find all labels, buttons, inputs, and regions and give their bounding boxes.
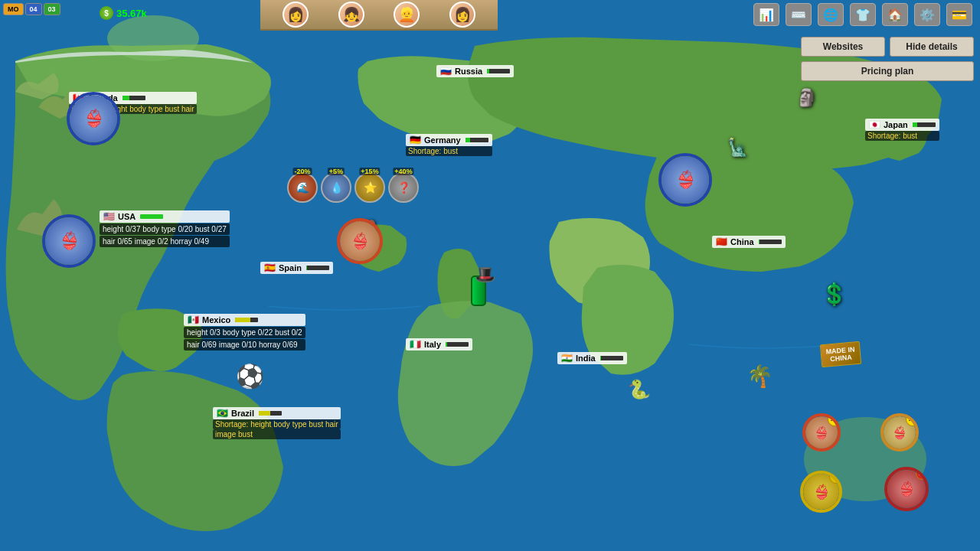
country-germany: 🇩🇪 Germany Shortage: bust [406, 134, 492, 156]
usa-name: USA [118, 212, 136, 221]
mexico-stats2: hair 0/69 image 0/10 horray 0/69 [184, 339, 305, 350]
country-japan: 🇯🇵 Japan Shortage: bust [865, 119, 939, 141]
chip-small3[interactable]: 👙 8 [800, 471, 842, 513]
chip-small1[interactable]: 👙 ×3 [802, 413, 841, 452]
portrait-3[interactable]: 👩 [449, 2, 475, 28]
icon-keyboard[interactable]: ⌨️ [786, 3, 812, 26]
mexico-flag: 🇲🇽 [188, 315, 199, 325]
monument-east: 🗿 [796, 88, 817, 108]
india-flag: 🇮🇳 [561, 353, 573, 364]
india-name: India [576, 354, 596, 363]
spain-flag: 🇪🇸 [264, 262, 276, 273]
boost-pct-2: +15% [359, 168, 380, 175]
mode-btn-mo[interactable]: MO [3, 3, 24, 15]
icon-house[interactable]: 🏠 [882, 3, 908, 26]
chip-canada[interactable]: 👙 [67, 92, 120, 145]
spain-name: Spain [279, 263, 302, 272]
icon-gear[interactable]: ⚙️ [914, 3, 940, 26]
usa-flag: 🇺🇸 [103, 211, 115, 222]
country-russia: 🇷🇺 Russia [436, 65, 514, 77]
usa-stats1: height 0/37 body type 0/20 bust 0/27 [100, 223, 230, 235]
mexico-name: Mexico [202, 315, 230, 324]
icon-globe[interactable]: 🌐 [818, 3, 844, 26]
portrait-0[interactable]: 👩 [283, 2, 309, 28]
money-display: $ 35.67k [100, 6, 147, 20]
country-brazil: 🇧🇷 Brazil Shortage: height body type bus… [213, 407, 341, 439]
money-icon: $ [100, 6, 113, 20]
mexico-stats1: height 0/3 body type 0/22 bust 0/2 [184, 327, 305, 338]
chip-usa[interactable]: 👙 [42, 214, 96, 268]
china-name: China [730, 237, 754, 246]
usa-stats2: hair 0/65 image 0/2 horray 0/49 [100, 236, 230, 247]
dollar-decoration: 💲 [821, 282, 848, 307]
top-icons-bar: 📊 ⌨️ 🌐 👕 🏠 ⚙️ 💳 [753, 3, 972, 26]
snake-decoration: 🐍 [628, 379, 651, 400]
made-in-china-sign: MADE INCHINA [820, 341, 861, 367]
game-mode-badge: MO 04 03 [0, 0, 64, 18]
japan-name: Japan [884, 120, 908, 129]
statue-asia: 🗽 [727, 138, 748, 158]
italy-name: Italy [424, 340, 441, 349]
palm-decoration: 🌴 [746, 364, 773, 389]
russia-flag: 🇷🇺 [440, 66, 452, 77]
chip-eastasia[interactable]: 👙 [658, 153, 712, 207]
boost-icon-0[interactable]: -20% 🌊 [287, 172, 318, 203]
boost-icon-2[interactable]: +15% ⭐ [354, 172, 385, 203]
country-india: 🇮🇳 India [557, 352, 627, 364]
brazil-name: Brazil [231, 409, 254, 418]
websites-row: Websites Hide details [801, 37, 974, 57]
italy-flag: 🇮🇹 [410, 339, 421, 350]
money-value: 35.67k [116, 8, 147, 19]
chip-small4[interactable]: 👙 10 [884, 467, 929, 511]
country-usa: 🇺🇸 USA height 0/37 body type 0/20 bust 0… [100, 210, 230, 247]
germany-shortage: Shortage: bust [406, 146, 492, 156]
icon-shirt[interactable]: 👕 [850, 3, 876, 26]
boost-icon-3[interactable]: +40% ❓ [388, 172, 419, 203]
boost-icons-row: -20% 🌊 +5% 💧 +15% ⭐ +40% ❓ [287, 172, 419, 203]
brazil-flag: 🇧🇷 [217, 408, 228, 419]
pricing-plan-button[interactable]: Pricing plan [801, 61, 974, 81]
icon-card[interactable]: 💳 [946, 3, 972, 26]
icon-chart[interactable]: 📊 [753, 3, 779, 26]
russia-name: Russia [455, 67, 482, 76]
boost-pct-3: +40% [393, 168, 413, 175]
country-spain: 🇪🇸 Spain [260, 262, 333, 274]
portrait-2[interactable]: 👱 [394, 2, 420, 28]
chip-europe[interactable]: 👙 [337, 218, 383, 264]
brazil-shortage1: Shortage: height body type bust hair [213, 419, 341, 429]
portraits-bar: 👩 👧 👱 👩 [260, 0, 498, 31]
websites-button[interactable]: Websites [801, 37, 885, 57]
germany-flag: 🇩🇪 [410, 135, 421, 145]
mode-btn-04[interactable]: 04 [25, 3, 42, 15]
country-china: 🇨🇳 China [712, 236, 786, 248]
boost-pct-0: -20% [292, 168, 312, 175]
portrait-1[interactable]: 👧 [338, 2, 364, 28]
japan-flag: 🇯🇵 [869, 119, 880, 130]
chip-small2[interactable]: 👙 ×4 [880, 413, 919, 452]
country-italy: 🇮🇹 Italy [406, 338, 472, 350]
boost-icon-1[interactable]: +5% 💧 [321, 172, 351, 203]
country-mexico: 🇲🇽 Mexico height 0/3 body type 0/22 bust… [184, 314, 305, 350]
boost-pct-1: +5% [328, 168, 345, 175]
hide-details-button[interactable]: Hide details [890, 37, 974, 57]
china-flag: 🇨🇳 [716, 236, 727, 247]
brazil-shortage2: image bust [213, 429, 341, 439]
soccer-ball-decoration: ⚽ [236, 363, 264, 390]
germany-name: Germany [424, 135, 461, 145]
action-buttons: Websites Hide details Pricing plan [801, 37, 974, 81]
hat-decoration: 🎩 [475, 265, 495, 285]
japan-shortage: Shortage: bust [865, 131, 939, 141]
mode-btn-03[interactable]: 03 [44, 3, 60, 15]
